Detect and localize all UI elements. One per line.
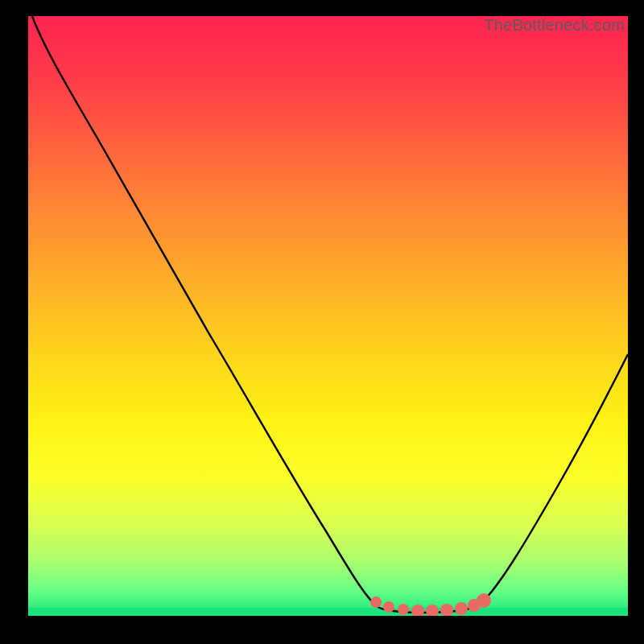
bottleneck-curve <box>32 16 628 613</box>
svg-point-8 <box>477 593 491 608</box>
svg-point-4 <box>426 605 439 616</box>
optimal-range-markers <box>370 593 491 616</box>
watermark-label: TheBottleneck.com <box>484 16 625 35</box>
svg-point-6 <box>455 602 468 615</box>
svg-point-0 <box>370 597 382 608</box>
chart-stage: TheBottleneck.com <box>0 0 644 644</box>
curve-layer <box>28 16 628 616</box>
svg-point-2 <box>398 604 409 615</box>
plot-area: TheBottleneck.com <box>28 16 628 616</box>
svg-point-5 <box>440 604 453 616</box>
svg-point-3 <box>411 605 424 616</box>
svg-point-1 <box>383 601 394 613</box>
